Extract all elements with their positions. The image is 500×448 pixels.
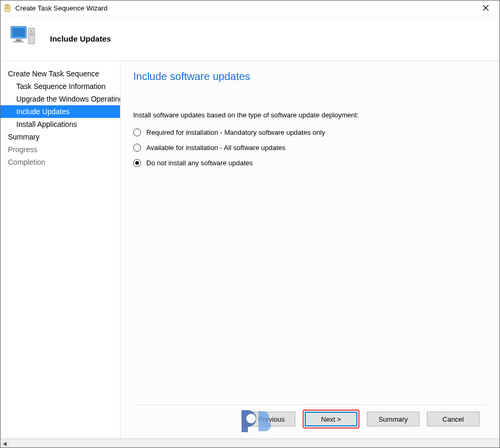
wizard-footer: < Previous Next > Summary Cancel [133, 404, 487, 433]
radio-no-updates[interactable]: Do not install any software updates [133, 159, 487, 167]
radio-label: Available for installation - All softwar… [146, 144, 285, 152]
sidebar-item-install-applications[interactable]: Install Applications [1, 118, 120, 131]
radio-icon [133, 128, 141, 136]
wizard-header: Include Updates [1, 16, 499, 61]
svg-rect-10 [14, 41, 24, 43]
radio-icon [133, 144, 141, 152]
content-instruction: Install software updates based on the ty… [133, 111, 487, 119]
svg-rect-1 [6, 4, 8, 6]
radio-label: Do not install any software updates [146, 159, 253, 167]
radio-required-updates[interactable]: Required for installation - Mandatory so… [133, 128, 487, 136]
close-button[interactable] [475, 4, 496, 13]
sidebar-item-upgrade-windows-os[interactable]: Upgrade the Windows Operating System [1, 93, 120, 105]
radio-icon [133, 159, 141, 167]
content-heading: Include software updates [133, 71, 487, 83]
svg-rect-9 [16, 39, 22, 42]
next-button[interactable]: Next > [305, 412, 357, 426]
radio-label: Required for installation - Mandatory so… [146, 128, 325, 136]
computer-icon [9, 23, 34, 54]
sidebar-item-progress[interactable]: Progress [1, 143, 120, 156]
cancel-button[interactable]: Cancel [427, 412, 479, 426]
wizard-content: Include software updates Install softwar… [121, 61, 499, 439]
wizard-window: Create Task Sequence Wizard Include Upda… [0, 0, 500, 448]
wizard-body: Create New Task Sequence Task Sequence I… [1, 61, 499, 439]
previous-button[interactable]: < Previous [242, 412, 295, 426]
horizontal-scrollbar[interactable]: ◀ [1, 439, 499, 447]
summary-button[interactable]: Summary [367, 412, 419, 426]
next-button-highlight: Next > [303, 410, 359, 429]
sidebar-item-task-sequence-information[interactable]: Task Sequence Information [1, 80, 120, 93]
svg-point-12 [31, 30, 33, 32]
scroll-left-icon[interactable]: ◀ [1, 439, 9, 447]
sidebar-item-create-new-task-sequence[interactable]: Create New Task Sequence [1, 67, 120, 80]
wizard-sidebar: Create New Task Sequence Task Sequence I… [1, 61, 121, 439]
svg-rect-13 [29, 33, 33, 35]
radio-available-updates[interactable]: Available for installation - All softwar… [133, 144, 487, 152]
page-title: Include Updates [50, 34, 111, 43]
app-icon [4, 4, 12, 13]
sidebar-item-include-updates[interactable]: Include Updates [1, 105, 120, 118]
window-title: Create Task Sequence Wizard [15, 4, 475, 12]
svg-rect-8 [12, 28, 25, 37]
sidebar-item-summary[interactable]: Summary [1, 131, 120, 143]
sidebar-item-completion[interactable]: Completion [1, 156, 120, 168]
titlebar: Create Task Sequence Wizard [1, 1, 499, 16]
